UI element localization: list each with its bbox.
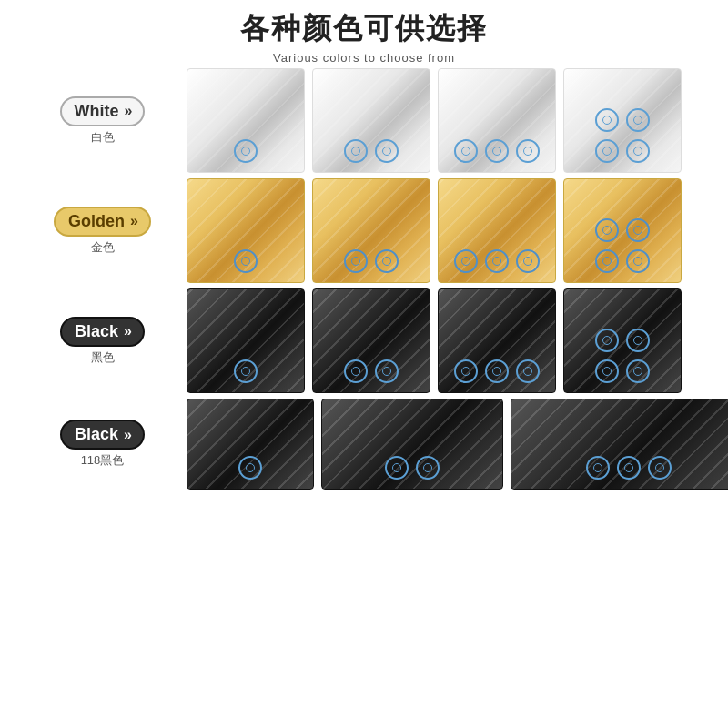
black118-btn-3a[interactable]: [586, 456, 610, 480]
black118-btn-1[interactable]: [238, 456, 262, 480]
black-3gang: [438, 288, 556, 393]
black-3gang-buttons: [454, 359, 540, 383]
black-badge-text: Black: [75, 322, 118, 341]
golden-row: Golden » 金色: [18, 178, 710, 283]
title-english: Various colors to choose from: [18, 51, 710, 65]
golden-btn-3c[interactable]: [516, 249, 540, 273]
black-1gang: [187, 288, 305, 393]
white-btn-1[interactable]: [234, 139, 258, 163]
black-row: Black » 黑色: [18, 288, 710, 393]
black-btn-4b[interactable]: [626, 329, 650, 352]
golden-badge[interactable]: Golden »: [54, 207, 151, 237]
golden-btn-3b[interactable]: [485, 249, 509, 273]
black118-btn-2b[interactable]: [416, 456, 440, 480]
white-btn-2a[interactable]: [344, 139, 368, 163]
black118-row: Black » 118黑色: [18, 399, 710, 490]
black-btn-4d[interactable]: [626, 359, 650, 383]
golden-btn-3a[interactable]: [454, 249, 478, 273]
black118-chevron: »: [124, 427, 132, 443]
golden-3gang-buttons: [454, 249, 540, 273]
page: 各种颜色可供选择 Various colors to choose from W…: [0, 0, 728, 728]
golden-btn-4b[interactable]: [626, 218, 650, 242]
black-chevron: »: [124, 323, 132, 339]
title-chinese: 各种颜色可供选择: [18, 9, 710, 49]
black-2gang: [312, 288, 430, 393]
black118-btn-3c[interactable]: [648, 456, 672, 480]
golden-2gang: [312, 178, 430, 283]
black-btn-2a[interactable]: [344, 359, 368, 383]
white-label: White » 白色: [18, 96, 187, 146]
golden-btn-2b[interactable]: [375, 249, 399, 273]
white-row: White » 白色: [18, 68, 710, 173]
white-2gang-buttons: [344, 139, 399, 163]
black118-btn-3b[interactable]: [617, 456, 641, 480]
golden-chevron: »: [130, 213, 138, 229]
white-badge-text: White: [75, 102, 119, 121]
golden-label: Golden » 金色: [18, 207, 187, 256]
black-4gang-buttons: [595, 329, 650, 383]
black118-2gang-buttons: [385, 456, 440, 480]
black-btn-3c[interactable]: [516, 359, 540, 383]
golden-1gang-buttons: [234, 249, 258, 273]
white-1gang-buttons: [234, 139, 258, 163]
golden-badge-text: Golden: [68, 212, 125, 231]
black118-badge[interactable]: Black »: [60, 420, 145, 450]
black-sub: 黑色: [91, 349, 115, 366]
white-switches: [187, 68, 710, 173]
golden-sub: 金色: [91, 239, 115, 256]
black-label: Black » 黑色: [18, 317, 187, 366]
header: 各种颜色可供选择 Various colors to choose from: [18, 9, 710, 65]
golden-btn-2a[interactable]: [344, 249, 368, 273]
white-btn-4d[interactable]: [626, 139, 650, 163]
black118-2gang: [321, 399, 503, 490]
white-btn-3c[interactable]: [516, 139, 540, 163]
golden-btn-4c[interactable]: [595, 249, 619, 273]
black-btn-1[interactable]: [234, 359, 258, 383]
white-sub: 白色: [91, 129, 115, 146]
black118-3gang: [511, 399, 728, 490]
golden-switches: [187, 178, 710, 283]
black-4gang: [563, 288, 682, 393]
white-4gang: [563, 68, 682, 173]
white-1gang: [187, 68, 305, 173]
black118-sub: 118黑色: [81, 452, 125, 469]
white-btn-3b[interactable]: [485, 139, 509, 163]
black-switches: [187, 288, 710, 393]
golden-btn-4d[interactable]: [626, 249, 650, 273]
white-btn-4c[interactable]: [595, 139, 619, 163]
black118-1gang: [187, 399, 314, 490]
black118-3gang-buttons: [586, 456, 672, 480]
white-2gang: [312, 68, 430, 173]
golden-1gang: [187, 178, 305, 283]
black118-label: Black » 118黑色: [18, 420, 187, 469]
golden-2gang-buttons: [344, 249, 399, 273]
black118-switches: [187, 399, 728, 490]
white-4gang-buttons: [595, 108, 650, 163]
black118-badge-text: Black: [75, 425, 118, 444]
golden-btn-1[interactable]: [234, 249, 258, 273]
white-3gang-buttons: [454, 139, 540, 163]
black-1gang-buttons: [234, 359, 258, 383]
golden-4gang: [563, 178, 682, 283]
black118-btn-2a[interactable]: [385, 456, 409, 480]
golden-4gang-buttons: [595, 218, 650, 273]
black-btn-2b[interactable]: [375, 359, 399, 383]
white-btn-4a[interactable]: [595, 108, 619, 132]
white-badge[interactable]: White »: [60, 96, 146, 126]
white-btn-4b[interactable]: [626, 108, 650, 132]
golden-btn-4a[interactable]: [595, 218, 619, 242]
black-btn-3b[interactable]: [485, 359, 509, 383]
black-btn-4a[interactable]: [595, 329, 619, 352]
black-btn-4c[interactable]: [595, 359, 619, 383]
white-btn-3a[interactable]: [454, 139, 478, 163]
white-btn-2b[interactable]: [375, 139, 399, 163]
white-chevron: »: [125, 103, 133, 119]
black-badge[interactable]: Black »: [60, 317, 145, 347]
black-btn-3a[interactable]: [454, 359, 478, 383]
black118-1gang-buttons: [238, 456, 262, 480]
black-2gang-buttons: [344, 359, 399, 383]
golden-3gang: [438, 178, 556, 283]
white-3gang: [438, 68, 556, 173]
